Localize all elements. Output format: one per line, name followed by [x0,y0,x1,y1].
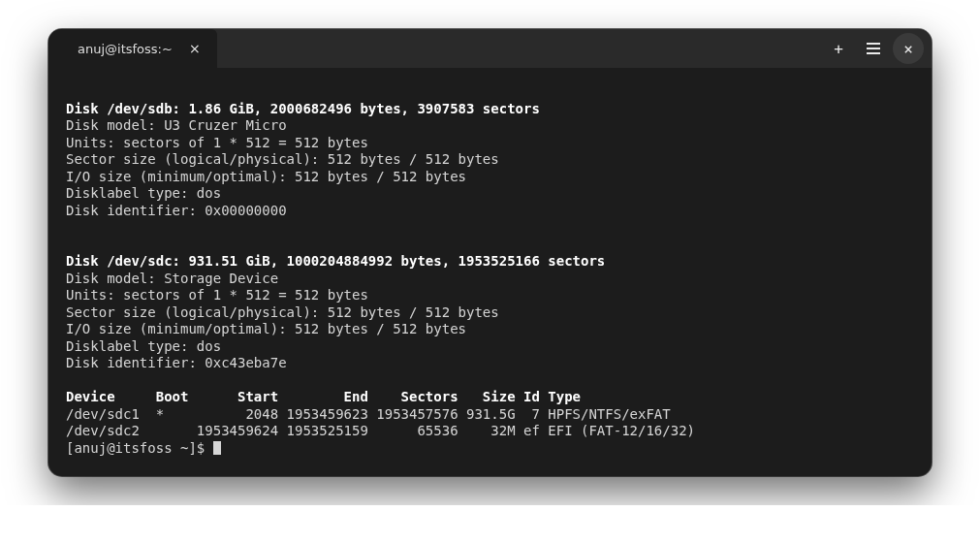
partition-row: /dev/sdc2 1953459624 1953525159 65536 32… [66,423,695,438]
disk-label-type: Disklabel type: dos [66,185,221,201]
partition-row: /dev/sdc1 * 2048 1953459623 1953457576 9… [66,406,671,422]
titlebar-controls: + × [823,33,924,64]
menu-button[interactable] [858,33,889,64]
terminal-window: anuj@itsfoss:~ × + × Disk /dev/sdb: 1.86… [48,29,932,476]
tab-area: anuj@itsfoss:~ × [48,29,217,68]
disk-identifier: Disk identifier: 0xc43eba7e [66,355,287,370]
disk-sector-size: Sector size (logical/physical): 512 byte… [66,151,499,167]
disk-model: Disk model: Storage Device [66,271,295,286]
close-icon[interactable]: × [186,40,204,57]
tab-active[interactable]: anuj@itsfoss:~ × [48,29,217,68]
disk-header: Disk /dev/sdc: 931.51 GiB, 1000204884992… [66,253,605,269]
disk-identifier: Disk identifier: 0x00000000 [66,203,287,218]
disk-header: Disk /dev/sdb: 1.86 GiB, 2000682496 byte… [66,101,540,116]
tab-title: anuj@itsfoss:~ [78,42,173,56]
disk-io-size: I/O size (minimum/optimal): 512 bytes / … [66,169,466,184]
window-close-button[interactable]: × [893,33,924,64]
new-tab-button[interactable]: + [823,33,854,64]
cursor-icon [213,441,221,455]
partition-table-header: Device Boot Start End Sectors Size Id Ty… [66,389,581,404]
titlebar: anuj@itsfoss:~ × + × [48,29,932,68]
disk-io-size: I/O size (minimum/optimal): 512 bytes / … [66,321,466,336]
disk-units: Units: sectors of 1 * 512 = 512 bytes [66,287,368,303]
disk-model: Disk model: U3 Cruzer Micro [66,117,295,133]
disk-label-type: Disklabel type: dos [66,338,221,354]
terminal-body[interactable]: Disk /dev/sdb: 1.86 GiB, 2000682496 byte… [48,68,932,476]
shell-prompt: [anuj@itsfoss ~]$ [66,440,213,456]
hamburger-icon [867,43,880,54]
disk-sector-size: Sector size (logical/physical): 512 byte… [66,304,499,320]
disk-units: Units: sectors of 1 * 512 = 512 bytes [66,135,368,150]
